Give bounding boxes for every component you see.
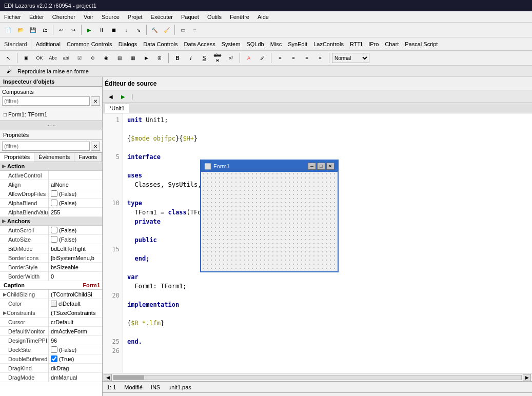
tab-dialogs[interactable]: Dialogs [115,40,141,48]
tab-favoris[interactable]: Favoris [74,153,102,162]
pause-btn[interactable]: ⏸ [96,24,107,35]
menu-editer[interactable]: Éditer [25,11,48,23]
view-form-btn[interactable]: ▭ [177,24,188,35]
menu-fenetre[interactable]: Fenêtre [226,11,253,23]
new-btn[interactable]: 📄 [3,24,14,35]
prop-val-color[interactable]: clDefault [49,299,102,308]
prop-val-dragkind[interactable]: dkDrag [49,364,102,372]
prop-val-childsizing[interactable]: (TControlChildSi [49,290,102,299]
prop-val-allowdropfiles[interactable]: (False) [49,189,102,198]
prop-val-autoscroll[interactable]: (False) [49,226,102,234]
comp-btn-4[interactable]: abI [61,52,72,64]
tab-common[interactable]: Common Controls [64,40,115,48]
tab-sqldb[interactable]: SQLdb [243,40,267,48]
menu-paquet[interactable]: Paquet [177,11,203,23]
checkbox-alphablend[interactable] [51,200,57,206]
props-filter-input[interactable] [2,142,90,151]
build-btn[interactable]: 🔨 [149,24,160,35]
tab-evenements[interactable]: Événements [34,153,74,162]
code-area[interactable]: 1 5 10 15 20 [103,113,532,373]
prop-val-activecontrol[interactable] [49,171,102,180]
hscroll-thumb[interactable] [113,375,144,380]
hscroll-left[interactable]: ◀ [104,374,112,381]
prop-val-cursor[interactable]: crDefault [49,318,102,326]
align-left[interactable]: ≡ [274,52,286,64]
prop-val-borderstyle[interactable]: bsSizeable [49,263,102,271]
tab-datacontrols[interactable]: Data Controls [140,40,181,48]
editor-back-btn[interactable]: ◀ [105,91,116,102]
view-unit-btn[interactable]: ≡ [189,24,201,35]
composants-filter-clear[interactable]: ✕ [91,96,100,106]
tab-synedit[interactable]: SynEdit [285,40,310,48]
menu-source[interactable]: Source [97,11,124,23]
format-italic[interactable]: I [185,52,196,64]
format-underline[interactable]: S [199,52,210,64]
comp-btn-5[interactable]: ☑ [74,52,85,64]
tree-item-form1[interactable]: □ Form1: TForm1 [2,110,100,118]
section-action[interactable]: ▶ Action [0,162,102,171]
tab-proprietes[interactable]: Propriétés [0,153,34,162]
tab-rtti[interactable]: RTTI [347,40,365,48]
tab-pascalscript[interactable]: Pascal Script [402,40,441,48]
form-maximize-btn[interactable]: □ [317,163,325,170]
props-filter-clear[interactable]: ✕ [91,142,100,151]
prop-val-defaultmonitor[interactable]: dmActiveForm [49,327,102,335]
comp-btn-2[interactable]: OK [34,52,45,64]
comp-btn-6[interactable]: ⊙ [87,52,98,64]
tab-chart[interactable]: Chart [382,40,402,48]
prop-val-caption[interactable]: Form1 [83,282,100,288]
prop-val-alphablendvalue[interactable]: 255 [49,208,102,216]
comp-btn-1[interactable]: ▣ [21,52,32,64]
open-btn[interactable]: 📂 [15,24,26,35]
props-tab-left[interactable]: ◀ [102,153,102,162]
prop-val-docksite[interactable]: (False) [49,345,102,354]
resize-handle[interactable]: · · · [0,121,102,130]
checkbox-docksite[interactable] [51,346,57,353]
font-color-btn[interactable]: A [243,52,254,64]
tab-additional[interactable]: Additional [33,40,64,48]
section-caption[interactable]: Caption Form1 [0,281,102,290]
comp-btn-10[interactable]: ▶ [141,52,152,64]
editor-tab-unit1[interactable]: *Unit1 [105,103,129,113]
format-strikethrough[interactable]: abc X [212,52,223,64]
prop-val-designtimeppi[interactable]: 96 [49,336,102,345]
clean-btn[interactable]: 🧹 [161,24,172,35]
editor-forward-btn[interactable]: ▶ [117,91,129,102]
tab-ipro[interactable]: IPro [365,40,382,48]
menu-executer[interactable]: Exécuter [147,11,177,23]
prop-val-align[interactable]: alNone [49,180,102,189]
composants-filter-input[interactable] [2,96,90,106]
format-super[interactable]: X² [225,52,237,64]
prop-val-autosize[interactable]: (False) [49,235,102,244]
pointer-tool[interactable]: ↖ [3,52,14,64]
menu-voir[interactable]: Voir [80,11,97,23]
save-all-btn[interactable]: 🗂 [40,24,51,35]
menu-aide[interactable]: Aide [253,11,273,23]
comp-btn-7[interactable]: ◉ [101,52,112,64]
prop-val-bordericons[interactable]: [biSystemMenu,b [49,253,102,262]
hscroll-right[interactable]: ▶ [523,374,531,381]
comp-btn-3[interactable]: Abc [47,52,58,64]
step2-btn[interactable]: ↘ [133,24,144,35]
hscroll[interactable]: ◀ ▶ [103,373,532,381]
highlight-btn[interactable]: 🖊 [257,52,268,64]
run-btn[interactable]: ▶ [84,24,95,35]
format-bold[interactable]: B [172,52,183,64]
prop-val-borderwidth[interactable]: 0 [49,272,102,281]
hscroll-track[interactable] [113,375,522,380]
step-btn[interactable]: ↓ [121,24,132,35]
comp-btn-8[interactable]: ▤ [114,52,125,64]
redo-btn[interactable]: ↪ [68,24,79,35]
form-close-btn[interactable]: ✕ [326,163,334,170]
prop-val-dragmode[interactable]: dmManual [49,373,102,382]
menu-projet[interactable]: Projet [124,11,147,23]
align-center[interactable]: ≡ [288,52,299,64]
checkbox-doublebuffered[interactable] [51,355,57,362]
style-select[interactable]: Normal Sans int... Titre 1 Titre 2 Titre… [332,53,369,63]
save-btn[interactable]: 💾 [27,24,38,35]
checkbox-autosize[interactable] [51,236,57,243]
stop-btn[interactable]: ⏹ [108,24,120,35]
comp-btn-11[interactable]: ⊞ [154,52,165,64]
tab-system[interactable]: System [219,40,244,48]
tab-lazcontrols[interactable]: LazControls [310,40,347,48]
